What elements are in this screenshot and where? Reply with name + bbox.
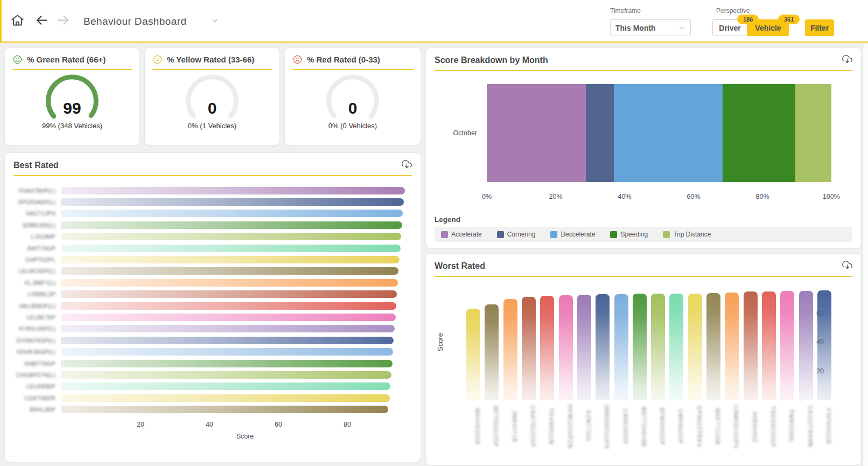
worst-rated-bar[interactable] [559, 295, 573, 400]
worst-rated-bar[interactable] [817, 290, 831, 400]
best-rated-bar[interactable] [61, 406, 388, 413]
worst-rated-category-blurred: NDF77120B [706, 404, 720, 449]
best-rated-row: AWT76GP [10, 242, 418, 254]
best-rated-row: LJ110MP [10, 231, 418, 242]
best-rated-bar[interactable] [61, 233, 401, 240]
worst-rated-category-blurred: BFT55012GP [485, 404, 499, 449]
worst-rated-bar[interactable] [688, 294, 702, 400]
best-rated-bar[interactable] [61, 210, 403, 217]
gauge-value: 0 [170, 100, 254, 116]
best-rated-bar[interactable] [61, 382, 390, 390]
best-rated-category-blurred: LELBC55P(L) [10, 268, 61, 274]
worst-rated-bar[interactable] [744, 291, 758, 400]
section-title: Worst Rated [435, 261, 838, 271]
legend-item[interactable]: Accelerate [441, 231, 482, 238]
best-rated-category-blurred: KNBT76GP [10, 360, 61, 367]
home-icon[interactable] [10, 13, 25, 29]
worst-rated-bar[interactable] [503, 299, 517, 400]
vertical-scrollbar[interactable] [862, 44, 868, 466]
worst-rated-bar[interactable] [633, 294, 647, 400]
worst-rated-category-blurred: TRK99210GP [762, 404, 776, 449]
best-rated-bar[interactable] [61, 314, 396, 321]
best-rated-row: DVSN74GP(L) [10, 335, 418, 346]
cloud-download-icon[interactable] [842, 261, 852, 271]
cloud-download-icon[interactable] [842, 55, 852, 65]
worst-rated-category-blurred: CAA79122GP [522, 404, 536, 449]
face-happy-icon [12, 54, 23, 65]
segment-trip-distance[interactable] [795, 84, 831, 182]
worst-rated-bar[interactable] [706, 293, 720, 400]
best-rated-bar[interactable] [61, 245, 401, 252]
worst-rated-bar[interactable] [725, 293, 739, 400]
best-rated-bar[interactable] [61, 290, 397, 298]
red-rated-card: % Red Rated (0-33) 0 0% (0 Vehicles) [284, 47, 421, 145]
worst-rated-bar[interactable] [762, 291, 776, 400]
best-rated-bar[interactable] [61, 302, 396, 310]
best-rated-row: LELBE76P [10, 311, 418, 323]
stacked-bar-october [487, 84, 831, 182]
worst-rated-bar[interactable] [669, 294, 683, 400]
worst-rated-category-blurred: LWR662GP [669, 404, 683, 449]
worst-rated-bar[interactable] [651, 294, 665, 400]
segment-cornering[interactable] [586, 84, 614, 182]
worst-rated-bar[interactable] [466, 309, 480, 400]
best-rated-bar[interactable] [61, 198, 404, 206]
worst-rated-bar[interactable] [577, 295, 591, 400]
title-chevron-down-icon[interactable] [211, 16, 219, 26]
legend-item[interactable]: Deccelerate [550, 231, 595, 238]
best-rated-row: CHPT62PL [10, 254, 418, 265]
best-rated-bar[interactable] [61, 279, 398, 287]
worst-rated-bar[interactable] [799, 291, 813, 400]
yellow-rated-card: % Yellow Rated (33-66) 0 0% (1 Vehicles) [144, 47, 280, 145]
worst-rated-bar[interactable] [614, 294, 628, 400]
filter-button[interactable]: Filter [805, 19, 834, 36]
cloud-download-icon[interactable] [402, 160, 412, 170]
worst-rated-category-blurred: ND7734818B [633, 404, 647, 449]
worst-rated-category-blurred: ND448291B [466, 404, 480, 449]
best-rated-category-blurred: CGKT68ZR [10, 395, 61, 401]
best-rated-row: HKL85B0F(L) [10, 300, 418, 311]
best-rated-bar[interactable] [61, 267, 398, 275]
worst-rated-category-blurred: TRX88012B [540, 404, 554, 449]
worst-rated-bar[interactable] [780, 291, 794, 400]
worst-rated-bar[interactable] [485, 304, 499, 400]
best-rated-bar[interactable] [61, 348, 393, 356]
segment-speeding[interactable] [723, 84, 796, 182]
best-rated-category-blurred: XPG55A6P(L) [10, 199, 61, 205]
legend-label: Cornering [507, 231, 536, 238]
back-arrow-icon[interactable] [34, 13, 50, 29]
worst-rated-category-blurred: CA6619920 [614, 404, 628, 449]
x-tick: 60% [687, 193, 700, 200]
x-tick: 80 [344, 421, 351, 428]
worst-rated-bar[interactable] [522, 297, 536, 400]
best-rated-x-axis-label: Score [72, 433, 418, 440]
best-rated-bar[interactable] [61, 256, 400, 263]
divider [435, 70, 852, 71]
best-rated-bar[interactable] [61, 325, 395, 332]
best-rated-bar[interactable] [61, 221, 402, 229]
worst-rated-category-blurred: HVW110GPZN [559, 404, 573, 449]
best-rated-row: LYB86L2P [10, 289, 418, 300]
worst-rated-bar[interactable] [540, 296, 554, 400]
best-rated-bar[interactable] [61, 337, 394, 344]
best-rated-bar[interactable] [61, 394, 390, 402]
forward-arrow-icon[interactable] [55, 13, 71, 29]
legend-item[interactable]: Speeding [610, 231, 648, 238]
x-tick: 40% [618, 193, 631, 200]
best-rated-category-blurred: SDB61B5(L) [10, 222, 61, 228]
legend-title: Legend [435, 215, 852, 224]
worst-rated-category-blurred: JHB66402 [744, 404, 758, 449]
timeframe-select[interactable]: This Month [610, 19, 691, 36]
x-tick: 100% [823, 193, 840, 200]
segment-deccelerate[interactable] [614, 84, 723, 182]
best-rated-bar[interactable] [61, 371, 391, 379]
best-rated-chart: FHA47B0P(L) XPG55A6P(L) HAZ71JPS SDB61B5… [5, 176, 421, 440]
best-rated-row: KYB1L65P(L) [10, 323, 418, 335]
legend-item[interactable]: Trip Distance [663, 231, 711, 238]
worst-rated-bar[interactable] [596, 294, 610, 400]
best-rated-bar[interactable] [61, 187, 405, 194]
segment-accelerate[interactable] [487, 84, 586, 182]
best-rated-bar[interactable] [61, 360, 393, 367]
legend-item[interactable]: Cornering [497, 231, 536, 238]
worst-rated-category-blurred: FSP66021B [817, 404, 831, 449]
